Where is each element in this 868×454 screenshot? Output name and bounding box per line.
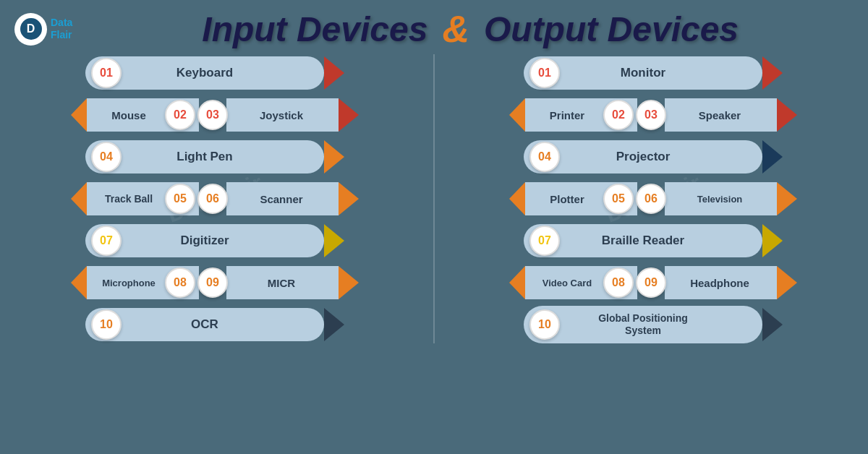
lightpen-pill: 04 Light Pen [85, 140, 324, 174]
videocard-pill: Video Card 08 [525, 266, 637, 299]
monitor-arrow [762, 56, 783, 90]
printer-left-arrow [509, 98, 525, 132]
trackball-pill: Track Ball 05 [87, 182, 199, 215]
gps-label: Global PositioningSystem [553, 312, 733, 337]
logo-circle: D [14, 13, 47, 46]
out-num-circle-01: 01 [529, 58, 560, 88]
monitor-pill: 01 Monitor [524, 56, 762, 90]
title-output: Output Devices [484, 9, 739, 49]
column-divider [433, 54, 435, 343]
speaker-pill: Speaker [665, 98, 777, 132]
input-row-3: 04 Light Pen [7, 138, 422, 176]
out-num-circle-10: 10 [529, 309, 560, 340]
plotter-label: Plotter [531, 193, 603, 205]
output-row-4: Plotter 05 06 Television [446, 180, 861, 218]
num-03: 03 [197, 100, 228, 130]
logo-text: Data Flair [51, 17, 72, 41]
num-08: 08 [165, 267, 195, 298]
output-row-7: 10 Global PositioningSystem [446, 306, 861, 343]
output-row-1: 01 Monitor [446, 54, 861, 92]
videocard-label: Video Card [531, 278, 603, 288]
television-pill: Television [665, 182, 777, 215]
microphone-label: Microphone [93, 278, 165, 288]
videocard-left-arrow [509, 266, 525, 299]
logo-inner: D [20, 18, 42, 40]
trackball-left-arrow [71, 182, 87, 215]
scanner-label: Scanner [230, 193, 333, 205]
output-row-3: 04 Projector [446, 138, 861, 176]
num-05: 05 [165, 184, 195, 214]
trackball-label: Track Ball [93, 193, 165, 205]
micr-arrow [339, 266, 359, 299]
joystick-arrow [339, 98, 359, 132]
gps-pill: 10 Global PositioningSystem [524, 306, 762, 343]
television-arrow [777, 182, 797, 215]
out-num-09: 09 [636, 267, 666, 298]
monitor-label: Monitor [553, 66, 733, 80]
headphone-pill: Headphone [665, 266, 777, 299]
braille-arrow [762, 224, 783, 257]
headphone-arrow [777, 266, 797, 299]
num-circle-04: 04 [91, 142, 122, 172]
digitizer-label: Digitizer [114, 234, 295, 248]
gps-arrow [762, 308, 783, 341]
digitizer-pill: 07 Digitizer [85, 224, 324, 257]
television-label: Television [668, 194, 771, 205]
title-input: Input Devices [202, 9, 427, 49]
braille-pill: 07 Braille Reader [524, 224, 762, 257]
ocr-arrow [324, 308, 344, 341]
page-root: D Data Flair Input Devices & Output Devi… [0, 0, 868, 343]
printer-pill: Printer 02 [525, 98, 637, 132]
speaker-label: Speaker [668, 109, 771, 121]
mouse-label: Mouse [93, 109, 165, 121]
input-row-1: 01 Keyboard [7, 54, 422, 92]
scanner-pill: Scanner [226, 182, 339, 215]
output-row-6: Video Card 08 09 Headphone [446, 264, 861, 301]
num-09: 09 [197, 267, 228, 298]
content-area: DataFlair 01 Keyboard Mouse [0, 54, 868, 343]
braille-label: Braille Reader [553, 234, 733, 248]
num-02: 02 [165, 100, 195, 130]
out-num-05: 05 [603, 184, 634, 214]
num-circle-01: 01 [91, 58, 122, 88]
microphone-pill: Microphone 08 [87, 266, 199, 299]
out-num-circle-07: 07 [529, 226, 560, 256]
keyboard-pill: 01 Keyboard [85, 56, 324, 90]
logo-letter: D [27, 22, 35, 35]
num-circle-10: 10 [91, 309, 122, 340]
joystick-label: Joystick [230, 109, 333, 121]
ocr-pill: 10 OCR [85, 308, 324, 341]
digitizer-arrow [324, 224, 344, 257]
scanner-arrow [339, 182, 359, 215]
num-06: 06 [197, 184, 228, 214]
output-devices-column: DataFlair 01 Monitor Printer [446, 54, 861, 343]
input-row-6: Microphone 08 09 MICR [7, 264, 422, 301]
input-row-7: 10 OCR [7, 306, 422, 343]
input-row-4: Track Ball 05 06 Scanner [7, 180, 422, 218]
input-devices-column: DataFlair 01 Keyboard Mouse [7, 54, 422, 343]
out-num-06: 06 [636, 184, 666, 214]
input-row-5: 07 Digitizer [7, 222, 422, 260]
out-num-08: 08 [603, 267, 634, 298]
speaker-arrow [777, 98, 797, 132]
out-num-circle-04: 04 [529, 142, 560, 172]
headphone-label: Headphone [668, 277, 771, 289]
micr-label: MICR [230, 277, 333, 289]
header: D Data Flair Input Devices & Output Devi… [0, 0, 868, 54]
title-amp: & [442, 7, 469, 51]
plotter-left-arrow [509, 182, 525, 215]
printer-label: Printer [531, 109, 603, 121]
projector-arrow [762, 140, 783, 174]
mouse-pill: Mouse 02 [87, 98, 199, 132]
num-circle-07: 07 [91, 226, 122, 256]
microphone-left-arrow [71, 266, 87, 299]
out-num-03: 03 [636, 100, 666, 130]
out-num-02: 02 [603, 100, 634, 130]
lightpen-arrow [324, 140, 344, 174]
lightpen-label: Light Pen [114, 150, 295, 164]
ocr-label: OCR [114, 317, 295, 332]
projector-label: Projector [553, 150, 733, 164]
output-row-5: 07 Braille Reader [446, 222, 861, 260]
keyboard-label: Keyboard [114, 66, 295, 80]
logo: D Data Flair [14, 13, 72, 46]
